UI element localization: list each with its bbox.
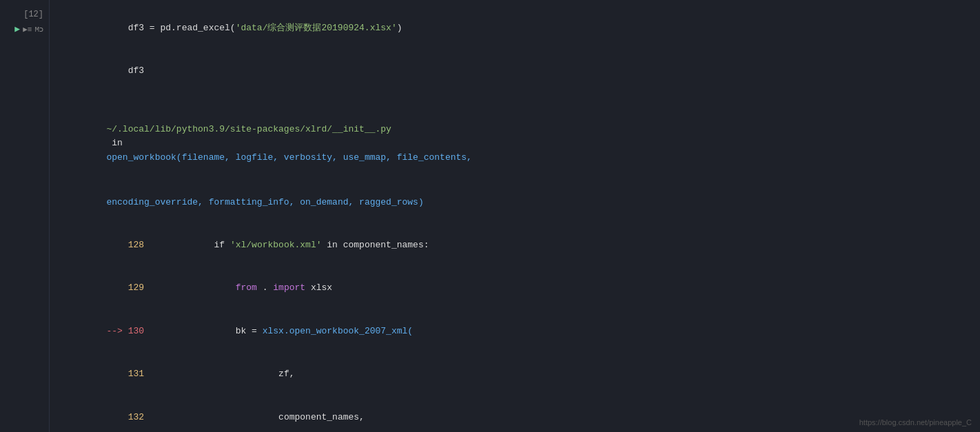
cell-content: df3 = pd.read_excel('data/综合测评数据20190924… [50,0,980,432]
step-button[interactable]: ▶≡ [23,25,32,34]
tb1-line-130: --> 130 bk = xlsx.open_workbook_2007_xml… [63,310,969,353]
cell-label: [12] [23,10,43,19]
cell-controls[interactable]: ▶ ▶≡ Mↄ [14,23,43,34]
traceback-1-header: ~/.local/lib/python3.9/site-packages/xlr… [63,108,969,180]
input-line-1: df3 = pd.read_excel('data/综合测评数据20190924… [63,7,969,50]
tb1-line-132: 132 component_names, [63,396,969,432]
notebook-cell: [12] ▶ ▶≡ Mↄ df3 = pd.read_excel('data/综… [0,0,980,432]
input-line-2: df3 [63,50,969,92]
marker-button[interactable]: Mↄ [34,25,43,34]
divider-1 [63,101,969,108]
tb1-line-128: 128 if 'xl/workbook.xml' in component_na… [63,224,969,267]
tb1-line-129: 129 from . import xlsx [63,267,969,310]
traceback-1: ~/.local/lib/python3.9/site-packages/xlr… [63,108,969,432]
traceback-1-header2: encoding_override, formatting_info, on_d… [63,181,969,224]
run-button[interactable]: ▶ [14,23,20,34]
cell-gutter: [12] ▶ ▶≡ Mↄ [0,0,50,432]
watermark: https://blog.csdn.net/pineapple_C [859,418,972,426]
input-area: df3 = pd.read_excel('data/综合测评数据20190924… [63,7,969,93]
tb1-line-131: 131 zf, [63,353,969,395]
